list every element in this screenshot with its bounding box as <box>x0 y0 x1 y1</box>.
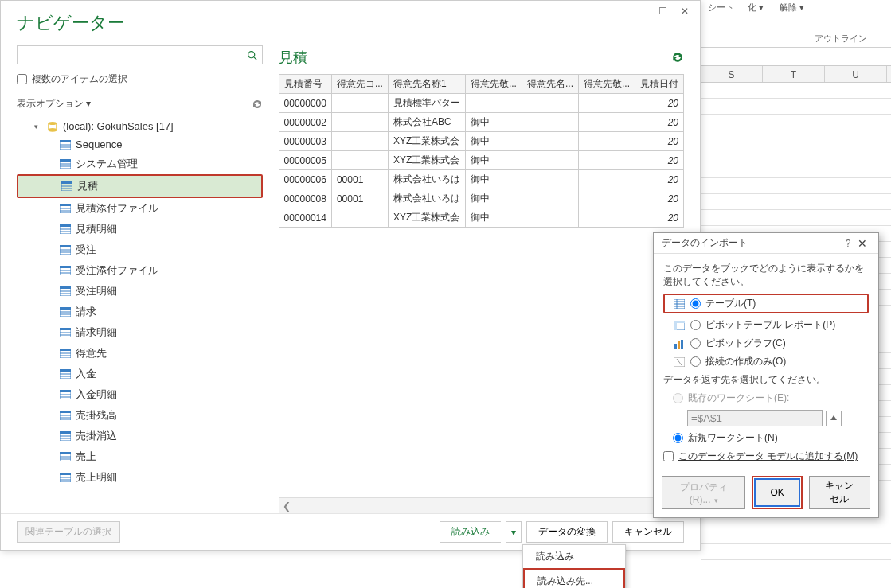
table-cell <box>578 151 635 170</box>
column-header[interactable]: 得意先敬... <box>578 75 635 94</box>
column-header[interactable]: 得意先敬... <box>465 75 522 94</box>
column-header[interactable]: 得意先コ... <box>331 75 388 94</box>
radio-connection-label: 接続の作成のみ(O) <box>705 355 786 368</box>
import-cancel-button[interactable]: キャンセル <box>809 476 870 509</box>
radio-table[interactable] <box>690 298 701 309</box>
tree-table-item[interactable]: 見積添付ファイル <box>17 198 263 219</box>
tree-table-item[interactable]: 売掛消込 <box>17 426 263 446</box>
related-tables-button: 関連テーブルの選択 <box>17 521 120 543</box>
tree-table-item[interactable]: 入金 <box>17 364 263 384</box>
table-icon <box>60 452 71 461</box>
tree-item-label: 受注明細 <box>76 284 117 298</box>
table-cell: 20 <box>635 94 684 113</box>
load-dropdown-button[interactable]: ▾ <box>506 521 522 543</box>
table-cell: 00000014 <box>279 208 331 228</box>
table-row[interactable]: 0000000600001株式会社いろは御中20 <box>279 170 683 189</box>
table-row[interactable]: 00000014XYZ工業株式会御中20 <box>279 208 683 228</box>
tree-table-item[interactable]: 請求明細 <box>17 322 263 343</box>
add-to-data-model-checkbox[interactable] <box>663 451 674 461</box>
table-cell: 株式会社ABC <box>388 113 465 132</box>
maximize-icon[interactable]: ☐ <box>655 4 670 18</box>
menu-load-to[interactable]: 読み込み先... <box>523 568 625 588</box>
load-button[interactable]: 読み込み <box>440 521 501 543</box>
tree-table-item[interactable]: Sequence <box>17 135 263 154</box>
radio-new-sheet-label: 新規ワークシート(N) <box>688 431 778 445</box>
table-cell: 御中 <box>465 132 522 151</box>
table-cell <box>331 208 388 228</box>
tree-table-item[interactable]: 受注 <box>17 239 263 260</box>
radio-new-sheet[interactable] <box>673 433 683 443</box>
svg-rect-65 <box>60 452 71 454</box>
display-options-dropdown[interactable]: 表示オプション ▾ <box>17 97 91 111</box>
scroll-left-icon[interactable]: ❮ <box>279 500 295 512</box>
tree-table-item[interactable]: 得意先 <box>17 343 263 364</box>
tree-item-label: 受注 <box>76 243 96 257</box>
navigator-dialog: ナビゲーター ☐ ✕ 複数のアイテムの選択 表示オプション ▾ <box>0 0 701 551</box>
table-icon <box>60 224 71 234</box>
column-header[interactable]: 見積日付 <box>635 75 684 94</box>
svg-rect-21 <box>60 224 71 227</box>
transform-data-button[interactable]: データの変換 <box>526 521 608 543</box>
search-input[interactable] <box>18 46 243 64</box>
navigator-title: ナビゲーター <box>17 11 684 35</box>
radio-pivottable[interactable] <box>690 320 701 330</box>
navigator-cancel-button[interactable]: キャンセル <box>612 521 684 543</box>
table-cell: 見積標準パター <box>388 94 465 113</box>
table-icon <box>61 181 72 191</box>
import-prompt-target: データを返す先を選択してください。 <box>663 373 869 387</box>
table-cell <box>331 113 388 132</box>
search-icon[interactable] <box>243 46 262 64</box>
tree-table-item[interactable]: 見積 <box>17 174 263 198</box>
column-header[interactable]: 得意先名称1 <box>388 75 465 94</box>
table-cell <box>522 208 578 228</box>
horizontal-scrollbar[interactable]: ❮ ❯ <box>279 497 684 513</box>
import-close-icon[interactable]: ✕ <box>854 237 870 250</box>
import-data-dialog: データのインポート ? ✕ このデータをブックでどのように表示するかを選択してく… <box>653 232 879 518</box>
close-icon[interactable]: ✕ <box>678 4 692 18</box>
table-icon <box>60 140 71 150</box>
table-cell <box>331 151 388 170</box>
radio-connection-only[interactable] <box>690 356 701 367</box>
table-row[interactable]: 00000003XYZ工業株式会御中20 <box>279 132 683 151</box>
column-header[interactable]: 見積番号 <box>279 75 331 94</box>
svg-rect-81 <box>678 341 680 349</box>
multi-select-checkbox[interactable] <box>17 74 27 84</box>
preview-table: 見積番号得意先コ...得意先名称1得意先敬...得意先名...得意先敬...見積… <box>279 74 684 228</box>
tree-table-item[interactable]: 売上 <box>17 446 263 467</box>
svg-rect-57 <box>60 411 71 413</box>
excel-ribbon-fragment: シート 化 ▾ 解除 ▾ アウトライン <box>700 0 891 48</box>
tree-item-label: 売掛消込 <box>76 429 117 443</box>
tree-db-node[interactable]: ▾ (local): GokuhSales [17] <box>17 117 263 135</box>
import-prompt-display: このデータをブックでどのように表示するかを選択してください。 <box>663 262 869 289</box>
help-icon[interactable]: ? <box>842 238 854 249</box>
table-cell <box>522 151 578 170</box>
table-row[interactable]: 00000002株式会社ABC御中20 <box>279 113 683 132</box>
svg-rect-9 <box>60 159 71 162</box>
radio-pivotchart[interactable] <box>690 338 701 349</box>
table-row[interactable]: 00000000見積標準パター20 <box>279 94 683 113</box>
menu-load[interactable]: 読み込み <box>523 545 625 568</box>
svg-rect-17 <box>60 204 71 206</box>
table-cell: 御中 <box>465 151 522 170</box>
table-icon <box>60 328 71 337</box>
tree-table-item[interactable]: 売上明細 <box>17 467 263 488</box>
tree-table-item[interactable]: 売掛残高 <box>17 405 263 426</box>
db-label: (local): GokuhSales [17] <box>63 120 174 132</box>
svg-rect-61 <box>60 431 71 434</box>
svg-rect-13 <box>61 181 72 184</box>
column-header[interactable]: 得意先名... <box>522 75 578 94</box>
tree-table-item[interactable]: 受注添付ファイル <box>17 260 263 281</box>
tree-table-item[interactable]: 受注明細 <box>17 281 263 302</box>
refresh-icon[interactable] <box>252 99 263 110</box>
ok-button[interactable]: OK <box>754 478 799 507</box>
svg-point-3 <box>49 128 57 131</box>
tree-table-item[interactable]: 請求 <box>17 302 263 322</box>
refresh-preview-icon[interactable] <box>671 51 684 64</box>
tree-table-item[interactable]: 見積明細 <box>17 219 263 239</box>
tree-table-item[interactable]: システム管理 <box>17 154 263 174</box>
table-row[interactable]: 0000000800001株式会社いろは御中20 <box>279 189 683 208</box>
tree-table-item[interactable]: 入金明細 <box>17 384 263 405</box>
table-row[interactable]: 00000005XYZ工業株式会御中20 <box>279 151 683 170</box>
table-cell <box>331 94 388 113</box>
radio-existing-sheet <box>673 393 683 403</box>
